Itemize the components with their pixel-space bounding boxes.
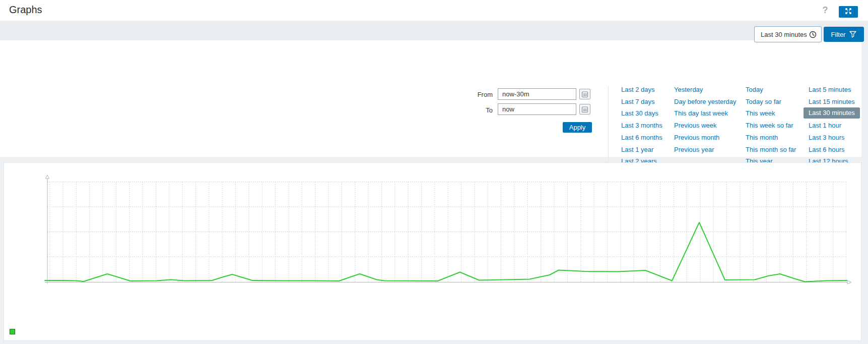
quick-range-link[interactable]: This day last week [674,109,728,117]
quick-range-link[interactable]: Day before yesterday [674,98,737,105]
quick-range-link[interactable]: Last 7 days [621,98,655,105]
quick-range-link[interactable]: Previous week [674,122,717,129]
quick-range-link[interactable]: Yesterday [674,86,703,93]
filter-toolbar: Zoom out [0,21,868,40]
quick-range-link[interactable]: Last 6 months [621,134,662,141]
page-header: Graphs ? [0,0,868,21]
quick-range-link[interactable]: Last 30 minutes [804,107,860,119]
quick-range-link[interactable]: This month so far [746,146,796,153]
from-calendar-button[interactable] [579,89,590,99]
chart-panel [4,162,861,341]
help-icon[interactable]: ? [820,5,830,16]
fullscreen-icon [845,8,852,16]
quick-range-link[interactable]: Last 6 hours [809,146,845,153]
quick-range-link[interactable]: Last 1 year [621,146,653,153]
quick-range-link[interactable]: Last 2 days [621,86,655,93]
to-label: To [452,106,493,114]
quick-range-link[interactable]: This month [746,134,778,141]
quick-range-link[interactable]: Previous year [674,146,714,153]
quick-range-link[interactable]: Last 5 minutes [809,86,851,93]
time-range-tab[interactable]: Last 30 minutes [754,26,822,42]
filter-button[interactable]: Filter [824,27,864,42]
fullscreen-button[interactable] [839,6,858,18]
calendar-icon [581,106,588,113]
quick-range-link[interactable]: Previous month [674,134,719,141]
apply-button[interactable]: Apply [563,122,592,133]
calendar-icon [581,91,588,98]
quick-range-link[interactable]: Last 3 months [621,122,662,129]
filter-button-label: Filter [831,31,846,38]
quick-range-link[interactable]: Today [746,86,763,93]
quick-range-link[interactable]: Last 3 hours [809,134,845,141]
page-title: Graphs [9,4,42,16]
quick-range-link[interactable]: This week so far [746,122,793,129]
quick-range-link[interactable]: This week [746,109,775,117]
time-filter-panel: From To Apply Last 2 daysLa [0,40,861,157]
from-input[interactable] [498,88,576,100]
time-range-tab-label: Last 30 minutes [761,31,809,38]
from-label: From [452,91,493,98]
clock-icon [809,31,817,38]
quick-range-link[interactable]: Last 1 hour [809,122,841,129]
quick-range-link[interactable]: Last 30 days [621,109,658,117]
line-chart [4,163,861,340]
filter-funnel-icon [849,31,856,38]
graphs-page: Graphs ? Zoom out [0,0,868,344]
legend-swatch [10,329,15,334]
to-input[interactable] [498,103,576,115]
quick-range-link[interactable]: Today so far [746,98,781,105]
quick-range-link[interactable]: Last 15 minutes [809,98,855,105]
to-calendar-button[interactable] [579,104,590,114]
